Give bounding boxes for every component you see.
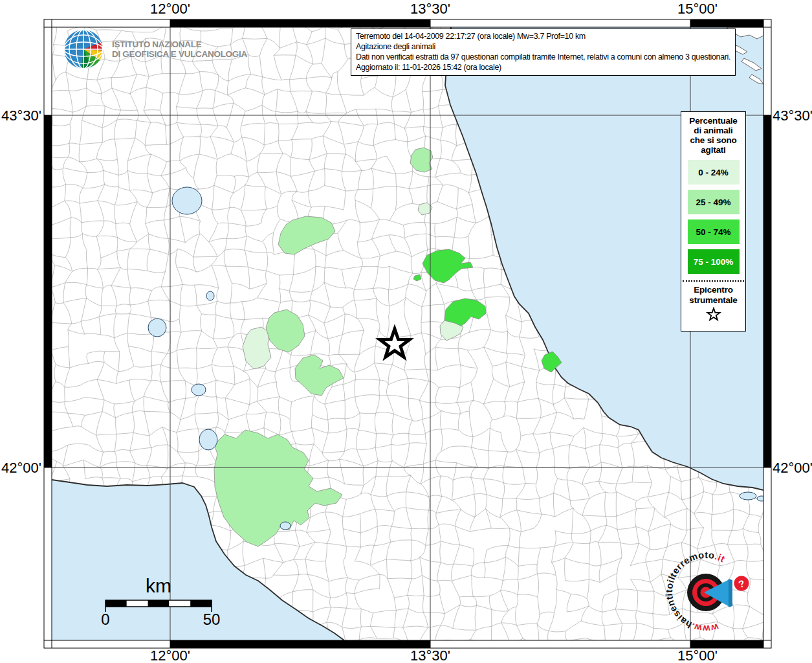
url-www: www. <box>690 621 720 634</box>
legend-divider <box>683 280 744 282</box>
legend-bin: 25 - 49% <box>688 190 740 214</box>
lake <box>199 429 217 450</box>
page: { "info_box": { "lines": [ "Terremoto de… <box>0 0 812 663</box>
haisentito-logo: ? www.haisentitoilterremoto.it <box>665 547 778 647</box>
lake <box>740 492 756 500</box>
coord-label-top: 15°00' <box>677 1 718 17</box>
ingv-wordmark: ISTITUTO NAZIONALE DI GEOFISICA E VULCAN… <box>112 39 247 60</box>
coord-label-bottom: 12°00' <box>150 647 190 663</box>
lake <box>148 319 166 337</box>
info-line-source: Dati non verificati estratti da 97 quest… <box>356 52 730 62</box>
coord-label-top: 12°00' <box>150 1 190 17</box>
legend-bin: 75 - 100% <box>688 249 740 274</box>
scale-bar-unit: km <box>146 575 171 596</box>
scale-bar-end: 50 <box>203 611 221 628</box>
info-line-event: Terremoto del 14-04-2009 22:17:27 (ora l… <box>356 31 730 41</box>
info-line-updated: Aggiornato il: 11-01-2026 15:42 (ora loc… <box>356 62 730 73</box>
legend: Percentuale di animali che si sono agita… <box>681 111 746 332</box>
earthquake-info-box: Terremoto del 14-04-2009 22:17:27 (ora l… <box>351 28 736 76</box>
coord-label-right: 43°30' <box>773 107 812 124</box>
legend-title: Percentuale di animali che si sono agita… <box>681 116 745 155</box>
lake <box>172 187 202 214</box>
scale-bar-start: 0 <box>101 611 109 628</box>
legend-bin: 50 - 74% <box>688 219 740 244</box>
epicenter-star-icon <box>704 307 723 323</box>
coord-label-left: 42°00' <box>0 460 41 477</box>
legend-bins: 0 - 24%25 - 49%50 - 74%75 - 100% <box>681 160 745 274</box>
ingv-logo: ISTITUTO NAZIONALE DI GEOFISICA E VULCAN… <box>62 27 247 71</box>
coord-label-top: 13°30' <box>410 1 450 17</box>
info-line-topic: Agitazione degli animali <box>356 41 730 52</box>
coord-label-left: 43°30' <box>0 107 41 124</box>
coord-label-bottom: 13°30' <box>410 647 450 663</box>
map-area: km050 <box>47 22 769 647</box>
legend-bin: 0 - 24% <box>688 160 740 185</box>
ingv-line1: ISTITUTO NAZIONALE <box>112 39 247 50</box>
lake <box>280 522 291 530</box>
url-tld: .it <box>714 551 727 565</box>
ingv-line2: DI GEOFISICA E VULCANOLOGIA <box>112 49 247 60</box>
legend-epicenter-label: Epicentro strumentale <box>681 285 745 306</box>
coord-label-bottom: 15°00' <box>677 647 718 663</box>
lake <box>206 291 214 300</box>
lake <box>192 384 206 396</box>
coord-label-right: 42°00' <box>773 460 812 477</box>
ingv-globe-icon <box>62 27 106 71</box>
